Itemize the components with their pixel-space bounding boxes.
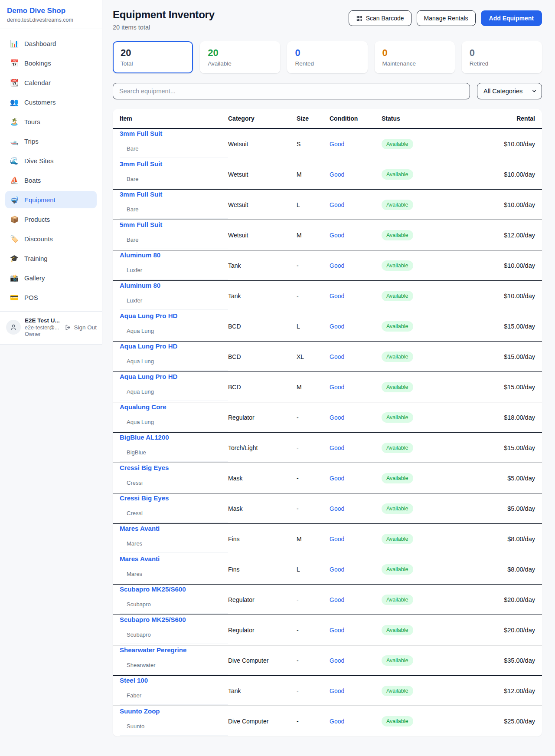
- item-condition-link[interactable]: Good: [330, 262, 382, 269]
- item-category: Torch/Light: [228, 444, 297, 451]
- item-size: M: [297, 171, 330, 178]
- stat-card-total[interactable]: 20Total: [113, 41, 193, 73]
- dashboard-icon: 📊: [10, 39, 19, 48]
- sidebar-item-products[interactable]: 📦Products: [5, 210, 97, 228]
- item-condition-link[interactable]: Good: [330, 141, 382, 148]
- add-equipment-button[interactable]: Add Equipment: [481, 10, 542, 26]
- search-input[interactable]: [113, 83, 470, 99]
- sidebar-item-discounts[interactable]: 🏷️Discounts: [5, 230, 97, 247]
- category-select[interactable]: All Categories: [477, 83, 542, 99]
- item-size: -: [297, 718, 330, 725]
- item-cell: Steel 100 Faber: [120, 677, 228, 705]
- item-condition-link[interactable]: Good: [330, 232, 382, 239]
- sidebar-item-pos[interactable]: 💳POS: [5, 289, 97, 306]
- scan-barcode-button[interactable]: Scan Barcode: [349, 10, 411, 26]
- item-condition-link[interactable]: Good: [330, 444, 382, 451]
- item-name-link[interactable]: Aqua Lung Pro HD: [120, 373, 228, 380]
- manage-rentals-button[interactable]: Manage Rentals: [417, 10, 476, 26]
- item-name-link[interactable]: Cressi Big Eyes: [120, 494, 228, 502]
- item-name-link[interactable]: Aluminum 80: [120, 282, 228, 289]
- item-name-link[interactable]: BigBlue AL1200: [120, 434, 228, 441]
- sidebar-item-boats[interactable]: ⛵Boats: [5, 171, 97, 189]
- header-actions: Scan Barcode Manage Rentals Add Equipmen…: [349, 10, 542, 26]
- sidebar-item-customers[interactable]: 👥Customers: [5, 93, 97, 111]
- item-condition-link[interactable]: Good: [330, 718, 382, 725]
- pos-icon: 💳: [10, 293, 19, 302]
- sign-out-button[interactable]: Sign Out: [65, 324, 97, 331]
- status-badge: Available: [382, 382, 413, 392]
- item-cell: 3mm Full Suit Bare: [120, 130, 228, 158]
- item-size: -: [297, 505, 330, 512]
- item-name-link[interactable]: Aluminum 80: [120, 251, 228, 259]
- item-condition-link[interactable]: Good: [330, 323, 382, 330]
- item-name-link[interactable]: Mares Avanti: [120, 555, 228, 562]
- column-header-category: Category: [228, 115, 297, 122]
- item-name-link[interactable]: 3mm Full Suit: [120, 191, 228, 198]
- item-condition-link[interactable]: Good: [330, 627, 382, 634]
- table-body: 3mm Full Suit Bare Wetsuit S Good Availa…: [113, 129, 542, 736]
- item-condition-link[interactable]: Good: [330, 293, 382, 299]
- sidebar-item-tours[interactable]: 🏝️Tours: [5, 113, 97, 130]
- item-name-link[interactable]: Cressi Big Eyes: [120, 464, 228, 471]
- sidebar-item-equipment[interactable]: 🤿Equipment: [5, 191, 97, 208]
- item-name-link[interactable]: Aqualung Core: [120, 403, 228, 411]
- item-condition-link[interactable]: Good: [330, 201, 382, 208]
- item-brand: Scubapro: [120, 595, 228, 614]
- item-name-link[interactable]: Suunto Zoop: [120, 707, 228, 715]
- brand-name[interactable]: Demo Dive Shop: [7, 7, 95, 15]
- item-cell: Mares Avanti Mares: [120, 555, 228, 583]
- title-block: Equipment Inventory 20 items total: [113, 9, 215, 31]
- item-condition-link[interactable]: Good: [330, 596, 382, 603]
- sidebar-item-dashboard[interactable]: 📊Dashboard: [5, 35, 97, 52]
- item-condition-link[interactable]: Good: [330, 505, 382, 512]
- item-name-link[interactable]: Shearwater Peregrine: [120, 646, 228, 654]
- item-condition-link[interactable]: Good: [330, 566, 382, 573]
- stat-card-retired[interactable]: 0Retired: [462, 41, 542, 73]
- status-badge: Available: [382, 595, 413, 605]
- item-status-cell: Available: [382, 382, 450, 392]
- item-condition-link[interactable]: Good: [330, 475, 382, 482]
- item-status-cell: Available: [382, 716, 450, 726]
- item-rental-rate: $10.00/day: [450, 141, 535, 148]
- sidebar-item-gallery[interactable]: 📸Gallery: [5, 269, 97, 286]
- item-name-link[interactable]: Aqua Lung Pro HD: [120, 342, 228, 350]
- item-status-cell: Available: [382, 443, 450, 453]
- item-condition-link[interactable]: Good: [330, 687, 382, 694]
- item-condition-link[interactable]: Good: [330, 414, 382, 421]
- item-condition-link[interactable]: Good: [330, 384, 382, 391]
- item-name-link[interactable]: Scubapro MK25/S600: [120, 585, 228, 593]
- page-header: Equipment Inventory 20 items total Scan …: [113, 9, 542, 31]
- item-condition-link[interactable]: Good: [330, 353, 382, 360]
- item-name-link[interactable]: Aqua Lung Pro HD: [120, 312, 228, 319]
- item-name-link[interactable]: Steel 100: [120, 677, 228, 684]
- item-rental-rate: $10.00/day: [450, 262, 535, 269]
- item-name-link[interactable]: 5mm Full Suit: [120, 221, 228, 228]
- item-cell: 3mm Full Suit Bare: [120, 160, 228, 188]
- stat-card-available[interactable]: 20Available: [200, 41, 280, 73]
- sidebar-item-calendar[interactable]: 📆Calendar: [5, 74, 97, 91]
- item-size: L: [297, 201, 330, 208]
- item-name-link[interactable]: Mares Avanti: [120, 525, 228, 532]
- item-size: -: [297, 262, 330, 269]
- item-size: -: [297, 657, 330, 664]
- item-name-link[interactable]: 3mm Full Suit: [120, 160, 228, 168]
- item-condition-link[interactable]: Good: [330, 536, 382, 542]
- stat-card-rented[interactable]: 0Rented: [287, 41, 367, 73]
- sidebar-item-training[interactable]: 🎓Training: [5, 250, 97, 267]
- sidebar-item-trips[interactable]: 🛥️Trips: [5, 132, 97, 150]
- stat-card-maintenance[interactable]: 0Maintenance: [375, 41, 455, 73]
- products-icon: 📦: [10, 215, 19, 224]
- item-condition-link[interactable]: Good: [330, 657, 382, 664]
- sidebar-item-bookings[interactable]: 📅Bookings: [5, 54, 97, 72]
- item-size: -: [297, 475, 330, 482]
- sidebar-item-dive-sites[interactable]: 🌊Dive Sites: [5, 152, 97, 169]
- item-name-link[interactable]: 3mm Full Suit: [120, 130, 228, 137]
- item-rental-rate: $18.00/day: [450, 414, 535, 421]
- item-name-link[interactable]: Scubapro MK25/S600: [120, 616, 228, 623]
- item-condition-link[interactable]: Good: [330, 171, 382, 178]
- item-category: Tank: [228, 293, 297, 299]
- item-cell: 3mm Full Suit Bare: [120, 191, 228, 219]
- item-brand: Faber: [120, 686, 228, 705]
- status-badge: Available: [382, 260, 413, 271]
- item-category: Regulator: [228, 627, 297, 634]
